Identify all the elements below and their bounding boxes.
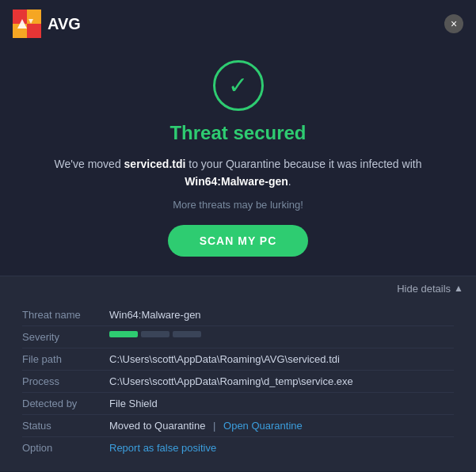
value-detected-by: File Shield bbox=[109, 398, 454, 409]
label-option: Option bbox=[22, 442, 109, 454]
header: AVG × bbox=[0, 0, 476, 48]
report-false-positive-link[interactable]: Report as false positive bbox=[109, 442, 216, 454]
label-threat-name: Threat name bbox=[22, 309, 109, 321]
severity-bar-1 bbox=[109, 331, 138, 337]
detail-row-status: Status Moved to Quarantine | Open Quaran… bbox=[22, 415, 454, 437]
divider-section: Hide details ▲ bbox=[0, 276, 476, 301]
more-threats-text: More threats may be lurking! bbox=[173, 199, 303, 211]
value-status: Moved to Quarantine | Open Quarantine bbox=[109, 420, 454, 432]
check-circle: ✓ bbox=[213, 60, 264, 111]
svg-rect-1 bbox=[27, 10, 41, 24]
check-icon: ✓ bbox=[228, 74, 248, 97]
desc-suffix: . bbox=[288, 175, 291, 188]
threat-description: We've moved serviced.tdi to your Quarant… bbox=[24, 155, 452, 191]
filename: serviced.tdi bbox=[124, 158, 186, 170]
close-button[interactable]: × bbox=[444, 14, 463, 33]
details-table: Threat name Win64:Malware-gen Severity F… bbox=[0, 301, 476, 471]
status-separator: | bbox=[213, 420, 215, 432]
chevron-up-icon: ▲ bbox=[454, 283, 463, 294]
severity-bars bbox=[109, 331, 201, 337]
hide-details-bar[interactable]: Hide details ▲ bbox=[0, 276, 476, 301]
severity-bar-3 bbox=[173, 331, 201, 337]
top-section: ✓ Threat secured We've moved serviced.td… bbox=[0, 48, 476, 276]
desc-prefix: We've moved bbox=[55, 158, 124, 170]
hide-details-label: Hide details bbox=[397, 283, 451, 295]
label-process: Process bbox=[22, 375, 109, 387]
main-window: AVG × ✓ Threat secured We've moved servi… bbox=[0, 0, 476, 472]
detail-row-severity: Severity bbox=[22, 326, 454, 348]
desc-mid: to your Quarantine because it was infect… bbox=[185, 158, 421, 170]
label-severity: Severity bbox=[22, 331, 109, 343]
logo-text: AVG bbox=[48, 15, 81, 33]
status-text: Moved to Quarantine bbox=[109, 420, 205, 432]
value-filepath: C:\Users\scott\AppData\Roaming\AVG\servi… bbox=[109, 353, 454, 365]
detail-row-process: Process C:\Users\scott\AppData\Roaming\d… bbox=[22, 371, 454, 393]
malware-name: Win64:Malware-gen bbox=[185, 175, 288, 188]
value-process: C:\Users\scott\AppData\Roaming\d_temp\se… bbox=[109, 375, 454, 387]
threat-title: Threat secured bbox=[169, 122, 306, 144]
open-quarantine-link[interactable]: Open Quarantine bbox=[223, 420, 303, 432]
avg-logo-icon bbox=[13, 10, 41, 38]
label-status: Status bbox=[22, 420, 109, 432]
label-filepath: File path bbox=[22, 353, 109, 365]
severity-bar-2 bbox=[141, 331, 169, 337]
svg-rect-3 bbox=[27, 24, 41, 38]
detail-row-filepath: File path C:\Users\scott\AppData\Roaming… bbox=[22, 348, 454, 371]
value-threat-name: Win64:Malware-gen bbox=[109, 309, 454, 321]
logo-area: AVG bbox=[13, 10, 81, 38]
label-detected-by: Detected by bbox=[22, 398, 109, 409]
detail-row-option: Option Report as false positive bbox=[22, 437, 454, 459]
detail-row-detected-by: Detected by File Shield bbox=[22, 393, 454, 415]
svg-rect-0 bbox=[13, 10, 27, 24]
scan-button[interactable]: SCAN MY PC bbox=[168, 225, 309, 257]
detail-row-threat-name: Threat name Win64:Malware-gen bbox=[22, 304, 454, 326]
